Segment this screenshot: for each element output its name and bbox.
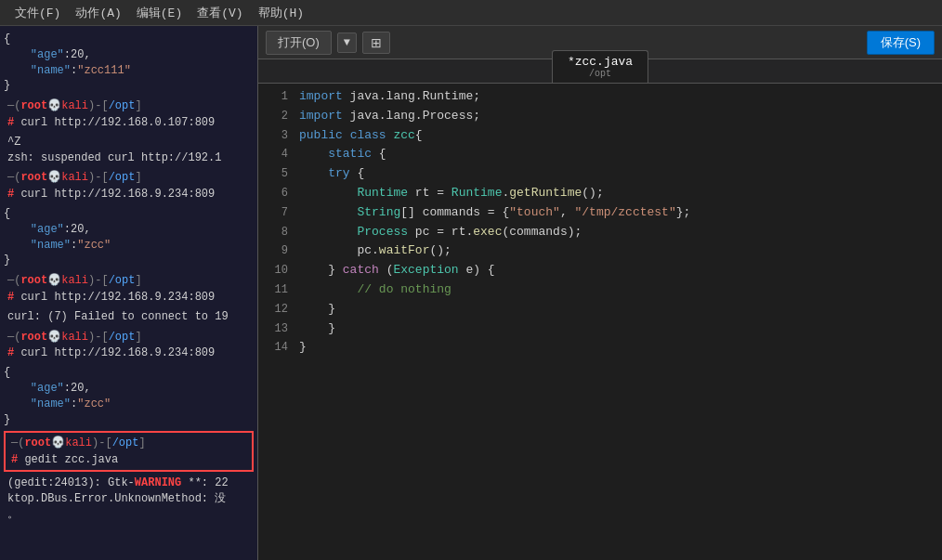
json-line: "name":"zcc" (4, 238, 254, 254)
line-number: 13 (262, 320, 288, 338)
open-button[interactable]: 打开(O) (266, 31, 332, 55)
line-number: 14 (262, 339, 288, 357)
line-number: 8 (262, 224, 288, 241)
warning-line-3: 。 (4, 507, 254, 523)
code-line-6: 6 Runtime rt = Runtime.getRuntime(); (258, 184, 942, 203)
prompt-line: ─(root💀kali)-[/opt] (4, 98, 254, 115)
line-number: 10 (262, 262, 288, 280)
json-line: "age":20, (4, 381, 254, 397)
output-line: curl: (7) Failed to connect to 19 (4, 309, 254, 325)
code-line-7: 7 String[] commands = {"touch", "/tmp/zc… (258, 203, 942, 223)
terminal-prompt-block-6: ─(root💀kali)-[/opt] # curl http://192.16… (0, 270, 257, 307)
code-line-3: 3 public class zcc{ (258, 126, 942, 146)
cmd-line: # curl http://192.168.9.234:809 (4, 187, 254, 202)
code-area[interactable]: 1 import java.lang.Runtime; 2 import jav… (258, 84, 942, 560)
code-line-12: 12 } (258, 300, 942, 319)
code-line-2: 2 import java.lang.Process; (258, 107, 942, 126)
line-code: try { (299, 164, 938, 184)
menu-file[interactable]: 文件(F) (7, 3, 68, 23)
code-line-9: 9 pc.waitFor(); (258, 241, 942, 261)
menu-action[interactable]: 动作(A) (68, 3, 128, 23)
new-file-button[interactable]: ⊞ (362, 32, 390, 54)
terminal-json-block-9: { "age":20, "name":"zcc" } (0, 363, 257, 429)
menu-edit[interactable]: 编辑(E) (129, 3, 190, 23)
json-line: } (4, 412, 254, 428)
menu-help[interactable]: 帮助(H) (251, 3, 311, 23)
tab-path: /opt (589, 69, 611, 79)
line-code: } (299, 338, 938, 358)
line-code: import java.lang.Process; (299, 107, 938, 126)
line-code: } (299, 300, 938, 319)
line-code: Process pc = rt.exec(commands); (299, 223, 938, 242)
menu-view[interactable]: 查看(V) (190, 3, 250, 23)
prompt-line: ─(root💀kali)-[/opt] (4, 329, 254, 346)
terminal-prompt-block-2: ─(root💀kali)-[/opt] # curl http://192.16… (0, 96, 257, 133)
line-number: 12 (262, 301, 288, 319)
line-number: 1 (262, 88, 288, 106)
terminal-json-block-1: { "age":20, "name":"zcc111" } (0, 30, 257, 96)
line-number: 4 (262, 146, 288, 163)
code-line-8: 8 Process pc = rt.exec(commands); (258, 223, 942, 242)
json-line: "age":20, (4, 47, 254, 63)
code-line-11: 11 // do nothing (258, 280, 942, 300)
editor-panel: 打开(O) ▼ ⊞ 保存(S) *zcc.java /opt 1 import … (258, 26, 942, 560)
line-number: 11 (262, 281, 288, 299)
editor-tab-zcc-java[interactable]: *zcc.java /opt (552, 50, 648, 83)
json-line: "name":"zcc111" (4, 63, 254, 79)
terminal-highlighted-block: ─(root💀kali)-[/opt] # gedit zcc.java (4, 431, 254, 472)
cmd-line: # curl http://192.168.0.107:809 (4, 115, 254, 131)
tab-filename: *zcc.java (568, 55, 633, 69)
line-code: String[] commands = {"touch", "/tmp/zcct… (299, 203, 938, 223)
code-line-4: 4 static { (258, 145, 942, 164)
line-number: 6 (262, 185, 288, 202)
code-line-13: 13 } (258, 319, 942, 339)
line-code: // do nothing (299, 280, 938, 300)
code-line-5: 5 try { (258, 164, 942, 184)
code-line-14: 14 } (258, 338, 942, 358)
cmd-line: # curl http://192.168.9.234:809 (4, 345, 254, 361)
json-line: { (4, 365, 254, 381)
prompt-line: ─(root💀kali)-[/opt] (4, 169, 254, 187)
code-line-10: 10 } catch (Exception e) { (258, 261, 942, 280)
json-line: } (4, 253, 254, 268)
line-code: static { (299, 145, 938, 164)
line-number: 9 (262, 242, 288, 260)
terminal-prompt-block-8: ─(root💀kali)-[/opt] # curl http://192.16… (0, 327, 257, 364)
line-number: 2 (262, 108, 288, 125)
line-code: pc.waitFor(); (299, 241, 938, 261)
main-layout: { "age":20, "name":"zcc111" } ─(root💀kal… (0, 26, 942, 560)
terminal-output-block-3: ^Z zsh: suspended curl http://192.1 (0, 133, 257, 168)
warning-line-2: ktop.DBus.Error.UnknownMethod: 没 (4, 491, 254, 507)
line-code: import java.lang.Runtime; (299, 87, 938, 107)
open-dropdown[interactable]: ▼ (337, 33, 357, 53)
line-number: 3 (262, 127, 288, 145)
terminal-prompt-block-4: ─(root💀kali)-[/opt] # curl http://192.16… (0, 167, 257, 204)
terminal-output-block-7: curl: (7) Failed to connect to 19 (0, 307, 257, 327)
terminal-warning-block: (gedit:24013): Gtk-WARNING **: 22 ktop.D… (0, 474, 257, 524)
prompt-line: ─(root💀kali)-[/opt] (4, 272, 254, 290)
line-code: Runtime rt = Runtime.getRuntime(); (299, 184, 938, 203)
json-line: } (4, 78, 254, 94)
output-line: zsh: suspended curl http://192.1 (4, 150, 254, 166)
line-code: public class zcc{ (299, 126, 938, 146)
output-line: ^Z (4, 135, 254, 150)
json-line: { (4, 32, 254, 47)
json-line: "age":20, (4, 222, 254, 238)
menubar: 文件(F) 动作(A) 编辑(E) 查看(V) 帮助(H) (0, 0, 942, 26)
save-button[interactable]: 保存(S) (867, 31, 935, 55)
gedit-cmd-line: # gedit zcc.java (7, 452, 250, 468)
line-number: 5 (262, 165, 288, 183)
cmd-line: # curl http://192.168.9.234:809 (4, 290, 254, 306)
terminal-panel: { "age":20, "name":"zcc111" } ─(root💀kal… (0, 26, 258, 560)
code-line-1: 1 import java.lang.Runtime; (258, 87, 942, 107)
line-code: } catch (Exception e) { (299, 261, 938, 280)
warning-line-1: (gedit:24013): Gtk-WARNING **: 22 (4, 475, 254, 491)
json-line: { (4, 206, 254, 222)
line-number: 7 (262, 204, 288, 222)
terminal-json-block-5: { "age":20, "name":"zcc" } (0, 204, 257, 270)
line-code: } (299, 319, 938, 339)
prompt-line-highlighted: ─(root💀kali)-[/opt] (7, 435, 250, 452)
json-line: "name":"zcc" (4, 397, 254, 412)
tab-bar: *zcc.java /opt (258, 59, 942, 84)
